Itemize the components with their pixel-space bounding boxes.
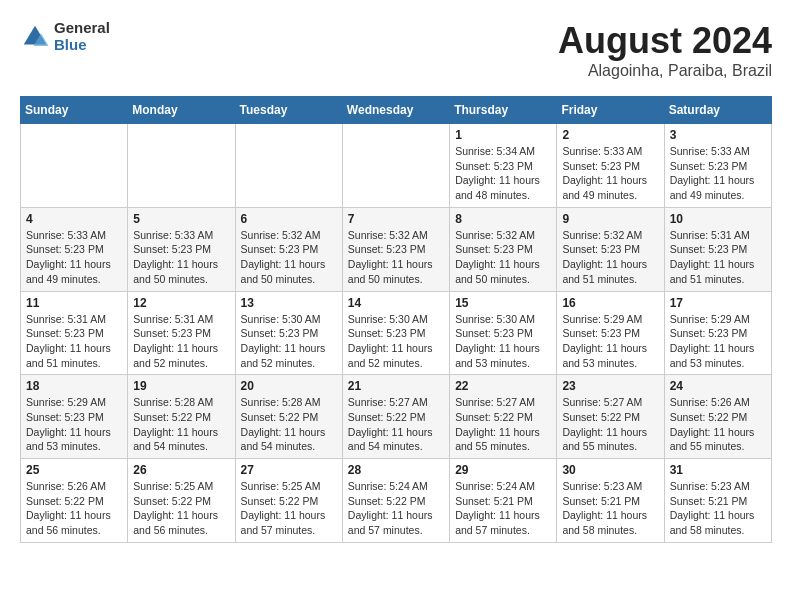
calendar-cell: 5Sunrise: 5:33 AM Sunset: 5:23 PM Daylig… bbox=[128, 207, 235, 291]
day-number: 16 bbox=[562, 296, 658, 310]
calendar-cell: 21Sunrise: 5:27 AM Sunset: 5:22 PM Dayli… bbox=[342, 375, 449, 459]
calendar-cell bbox=[128, 124, 235, 208]
calendar-cell: 23Sunrise: 5:27 AM Sunset: 5:22 PM Dayli… bbox=[557, 375, 664, 459]
calendar-cell: 10Sunrise: 5:31 AM Sunset: 5:23 PM Dayli… bbox=[664, 207, 771, 291]
day-info: Sunrise: 5:27 AM Sunset: 5:22 PM Dayligh… bbox=[455, 395, 551, 454]
day-number: 1 bbox=[455, 128, 551, 142]
day-number: 23 bbox=[562, 379, 658, 393]
day-number: 5 bbox=[133, 212, 229, 226]
calendar-cell: 15Sunrise: 5:30 AM Sunset: 5:23 PM Dayli… bbox=[450, 291, 557, 375]
calendar-cell: 13Sunrise: 5:30 AM Sunset: 5:23 PM Dayli… bbox=[235, 291, 342, 375]
day-info: Sunrise: 5:23 AM Sunset: 5:21 PM Dayligh… bbox=[670, 479, 766, 538]
day-info: Sunrise: 5:32 AM Sunset: 5:23 PM Dayligh… bbox=[455, 228, 551, 287]
day-number: 31 bbox=[670, 463, 766, 477]
day-info: Sunrise: 5:30 AM Sunset: 5:23 PM Dayligh… bbox=[348, 312, 444, 371]
day-info: Sunrise: 5:24 AM Sunset: 5:22 PM Dayligh… bbox=[348, 479, 444, 538]
day-info: Sunrise: 5:31 AM Sunset: 5:23 PM Dayligh… bbox=[26, 312, 122, 371]
calendar-cell bbox=[21, 124, 128, 208]
calendar-title: August 2024 bbox=[558, 20, 772, 62]
calendar-cell: 1Sunrise: 5:34 AM Sunset: 5:23 PM Daylig… bbox=[450, 124, 557, 208]
header-row: SundayMondayTuesdayWednesdayThursdayFrid… bbox=[21, 97, 772, 124]
day-info: Sunrise: 5:24 AM Sunset: 5:21 PM Dayligh… bbox=[455, 479, 551, 538]
header-sunday: Sunday bbox=[21, 97, 128, 124]
day-info: Sunrise: 5:32 AM Sunset: 5:23 PM Dayligh… bbox=[241, 228, 337, 287]
calendar-cell: 22Sunrise: 5:27 AM Sunset: 5:22 PM Dayli… bbox=[450, 375, 557, 459]
title-block: August 2024 Alagoinha, Paraiba, Brazil bbox=[558, 20, 772, 80]
calendar-cell: 28Sunrise: 5:24 AM Sunset: 5:22 PM Dayli… bbox=[342, 459, 449, 543]
day-number: 28 bbox=[348, 463, 444, 477]
day-number: 21 bbox=[348, 379, 444, 393]
page-header: General Blue August 2024 Alagoinha, Para… bbox=[20, 20, 772, 80]
calendar-cell: 8Sunrise: 5:32 AM Sunset: 5:23 PM Daylig… bbox=[450, 207, 557, 291]
calendar-cell: 30Sunrise: 5:23 AM Sunset: 5:21 PM Dayli… bbox=[557, 459, 664, 543]
day-info: Sunrise: 5:33 AM Sunset: 5:23 PM Dayligh… bbox=[670, 144, 766, 203]
calendar-cell: 20Sunrise: 5:28 AM Sunset: 5:22 PM Dayli… bbox=[235, 375, 342, 459]
day-number: 27 bbox=[241, 463, 337, 477]
header-tuesday: Tuesday bbox=[235, 97, 342, 124]
day-info: Sunrise: 5:27 AM Sunset: 5:22 PM Dayligh… bbox=[348, 395, 444, 454]
calendar-subtitle: Alagoinha, Paraiba, Brazil bbox=[558, 62, 772, 80]
day-info: Sunrise: 5:28 AM Sunset: 5:22 PM Dayligh… bbox=[133, 395, 229, 454]
day-info: Sunrise: 5:30 AM Sunset: 5:23 PM Dayligh… bbox=[241, 312, 337, 371]
calendar-cell: 3Sunrise: 5:33 AM Sunset: 5:23 PM Daylig… bbox=[664, 124, 771, 208]
day-info: Sunrise: 5:26 AM Sunset: 5:22 PM Dayligh… bbox=[670, 395, 766, 454]
calendar-cell: 2Sunrise: 5:33 AM Sunset: 5:23 PM Daylig… bbox=[557, 124, 664, 208]
day-info: Sunrise: 5:31 AM Sunset: 5:23 PM Dayligh… bbox=[133, 312, 229, 371]
logo-blue-text: Blue bbox=[54, 37, 110, 54]
day-number: 15 bbox=[455, 296, 551, 310]
header-saturday: Saturday bbox=[664, 97, 771, 124]
day-number: 10 bbox=[670, 212, 766, 226]
calendar-cell: 25Sunrise: 5:26 AM Sunset: 5:22 PM Dayli… bbox=[21, 459, 128, 543]
calendar-cell: 27Sunrise: 5:25 AM Sunset: 5:22 PM Dayli… bbox=[235, 459, 342, 543]
calendar-cell bbox=[235, 124, 342, 208]
header-wednesday: Wednesday bbox=[342, 97, 449, 124]
calendar-cell: 26Sunrise: 5:25 AM Sunset: 5:22 PM Dayli… bbox=[128, 459, 235, 543]
day-info: Sunrise: 5:32 AM Sunset: 5:23 PM Dayligh… bbox=[348, 228, 444, 287]
calendar-cell: 4Sunrise: 5:33 AM Sunset: 5:23 PM Daylig… bbox=[21, 207, 128, 291]
day-number: 9 bbox=[562, 212, 658, 226]
day-number: 24 bbox=[670, 379, 766, 393]
day-number: 3 bbox=[670, 128, 766, 142]
logo-general-text: General bbox=[54, 20, 110, 37]
day-number: 22 bbox=[455, 379, 551, 393]
calendar-cell: 6Sunrise: 5:32 AM Sunset: 5:23 PM Daylig… bbox=[235, 207, 342, 291]
calendar-cell: 11Sunrise: 5:31 AM Sunset: 5:23 PM Dayli… bbox=[21, 291, 128, 375]
day-number: 25 bbox=[26, 463, 122, 477]
day-info: Sunrise: 5:34 AM Sunset: 5:23 PM Dayligh… bbox=[455, 144, 551, 203]
day-info: Sunrise: 5:26 AM Sunset: 5:22 PM Dayligh… bbox=[26, 479, 122, 538]
day-number: 14 bbox=[348, 296, 444, 310]
calendar-table: SundayMondayTuesdayWednesdayThursdayFrid… bbox=[20, 96, 772, 543]
day-number: 7 bbox=[348, 212, 444, 226]
day-info: Sunrise: 5:33 AM Sunset: 5:23 PM Dayligh… bbox=[133, 228, 229, 287]
day-number: 30 bbox=[562, 463, 658, 477]
day-number: 4 bbox=[26, 212, 122, 226]
week-row-4: 18Sunrise: 5:29 AM Sunset: 5:23 PM Dayli… bbox=[21, 375, 772, 459]
day-number: 17 bbox=[670, 296, 766, 310]
day-info: Sunrise: 5:23 AM Sunset: 5:21 PM Dayligh… bbox=[562, 479, 658, 538]
day-info: Sunrise: 5:33 AM Sunset: 5:23 PM Dayligh… bbox=[562, 144, 658, 203]
day-info: Sunrise: 5:31 AM Sunset: 5:23 PM Dayligh… bbox=[670, 228, 766, 287]
calendar-header: SundayMondayTuesdayWednesdayThursdayFrid… bbox=[21, 97, 772, 124]
day-number: 11 bbox=[26, 296, 122, 310]
header-friday: Friday bbox=[557, 97, 664, 124]
calendar-cell: 12Sunrise: 5:31 AM Sunset: 5:23 PM Dayli… bbox=[128, 291, 235, 375]
week-row-3: 11Sunrise: 5:31 AM Sunset: 5:23 PM Dayli… bbox=[21, 291, 772, 375]
calendar-cell: 16Sunrise: 5:29 AM Sunset: 5:23 PM Dayli… bbox=[557, 291, 664, 375]
calendar-cell: 9Sunrise: 5:32 AM Sunset: 5:23 PM Daylig… bbox=[557, 207, 664, 291]
logo-icon bbox=[20, 22, 50, 52]
day-number: 18 bbox=[26, 379, 122, 393]
day-number: 29 bbox=[455, 463, 551, 477]
calendar-cell bbox=[342, 124, 449, 208]
day-info: Sunrise: 5:30 AM Sunset: 5:23 PM Dayligh… bbox=[455, 312, 551, 371]
day-info: Sunrise: 5:29 AM Sunset: 5:23 PM Dayligh… bbox=[562, 312, 658, 371]
calendar-cell: 31Sunrise: 5:23 AM Sunset: 5:21 PM Dayli… bbox=[664, 459, 771, 543]
day-info: Sunrise: 5:25 AM Sunset: 5:22 PM Dayligh… bbox=[241, 479, 337, 538]
day-number: 26 bbox=[133, 463, 229, 477]
calendar-cell: 7Sunrise: 5:32 AM Sunset: 5:23 PM Daylig… bbox=[342, 207, 449, 291]
day-number: 2 bbox=[562, 128, 658, 142]
calendar-cell: 19Sunrise: 5:28 AM Sunset: 5:22 PM Dayli… bbox=[128, 375, 235, 459]
day-number: 19 bbox=[133, 379, 229, 393]
calendar-body: 1Sunrise: 5:34 AM Sunset: 5:23 PM Daylig… bbox=[21, 124, 772, 543]
calendar-cell: 14Sunrise: 5:30 AM Sunset: 5:23 PM Dayli… bbox=[342, 291, 449, 375]
calendar-cell: 24Sunrise: 5:26 AM Sunset: 5:22 PM Dayli… bbox=[664, 375, 771, 459]
